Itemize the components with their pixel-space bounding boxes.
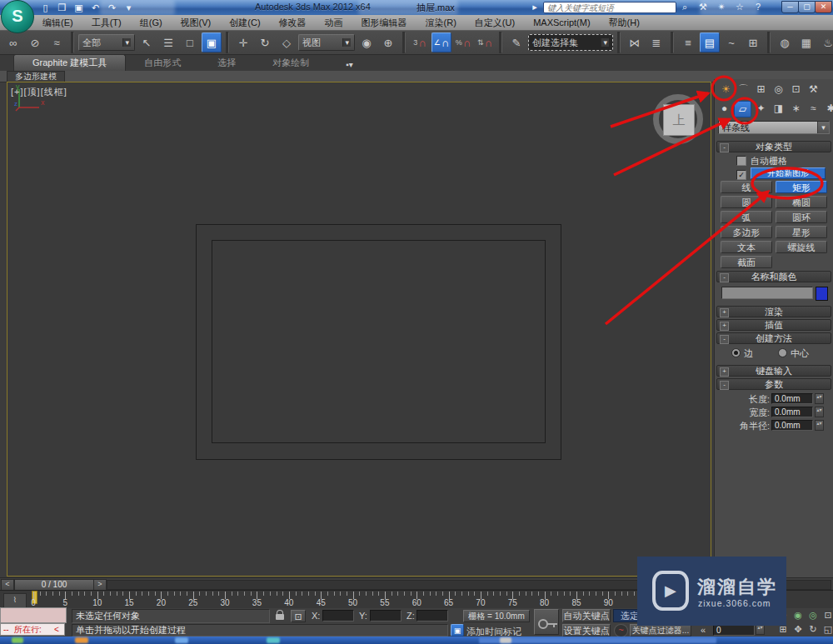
window-crossing-icon[interactable]: ▣ — [202, 32, 222, 52]
panel-tab-display[interactable]: ⊡ — [788, 82, 804, 97]
create-cameras-icon[interactable]: ◨ — [771, 101, 786, 116]
zoom-region-icon[interactable]: ⊡ — [821, 609, 833, 621]
object-name-field[interactable] — [721, 287, 813, 299]
viewport-label[interactable]: [+][顶][线框] — [11, 86, 67, 98]
new-key-curve-icon[interactable]: ~ — [614, 624, 628, 637]
menu-item[interactable]: 编辑(E) — [33, 15, 82, 30]
keyframe-mode-button[interactable] — [534, 609, 559, 635]
render-setup-icon[interactable]: ◍ — [775, 32, 795, 52]
absolute-mode-icon[interactable]: ⊡ — [291, 610, 306, 622]
select-and-move-icon[interactable]: ✛ — [233, 32, 253, 52]
zoom-extents-all-icon[interactable]: ◎ — [806, 609, 820, 621]
toolbar-separator[interactable] — [402, 32, 406, 53]
rollout-name-color[interactable]: -名称和颜色 — [716, 271, 831, 282]
ribbon-minimize-icon[interactable]: ▪▾ — [339, 58, 360, 71]
mirror-icon[interactable]: ⋈ — [625, 32, 645, 52]
edit-named-selection-sets-icon[interactable]: ✎ — [506, 32, 526, 52]
menu-item[interactable]: 帮助(H) — [600, 15, 649, 30]
button-text[interactable]: 文本 — [721, 241, 772, 253]
select-and-scale-icon[interactable]: ◇ — [277, 32, 297, 52]
time-slider-handle[interactable]: 0 / 100 — [14, 579, 94, 591]
button-rectangle[interactable]: 矩形 — [776, 181, 827, 193]
favorites-star-icon[interactable]: ☆ — [731, 1, 748, 13]
rollout-parameters[interactable]: -参数 — [716, 378, 831, 390]
redo-icon[interactable]: ↷ — [105, 2, 119, 14]
select-and-link-icon[interactable]: ∞ — [3, 32, 23, 52]
snap-toggle-3d-icon[interactable]: 3 ∩ — [410, 32, 430, 52]
windows-taskbar[interactable] — [0, 637, 833, 644]
ribbon-tab-object-paint[interactable]: 对象绘制 — [254, 55, 327, 71]
menu-item[interactable]: MAXScript(M) — [524, 15, 599, 30]
center-radio[interactable] — [778, 348, 787, 357]
select-and-rotate-icon[interactable]: ↻ — [255, 32, 275, 52]
use-pivot-center-icon[interactable]: ◉ — [357, 32, 377, 52]
menu-item[interactable]: 图形编辑器 — [352, 15, 416, 30]
parameter-field[interactable]: 0.0mm — [771, 407, 813, 417]
panel-tab-utilities[interactable]: ⚒ — [806, 82, 821, 97]
zoom-extents-icon[interactable]: ◉ — [791, 609, 805, 621]
create-geometry-icon[interactable]: ● — [716, 101, 732, 116]
spinner-snap-icon[interactable]: ⇅ ∩ — [475, 32, 495, 52]
help-icon[interactable]: ? — [750, 1, 766, 13]
panel-tab-hierarchy[interactable]: ⊞ — [753, 82, 769, 97]
creation-method-edge[interactable]: 边 — [731, 347, 753, 360]
viewcube-top-face[interactable]: 上 — [663, 104, 695, 136]
settings-wrench-icon[interactable]: ⚒ — [695, 1, 711, 13]
create-systems-icon[interactable]: ✱ — [823, 101, 833, 116]
autogrid-checkbox[interactable] — [736, 156, 746, 166]
mini-curve-editor-icon[interactable]: ⌇ — [3, 593, 27, 608]
button-section[interactable]: 截面 — [721, 256, 772, 268]
panel-tab-modify[interactable]: ⌒ — [736, 82, 751, 97]
maximize-button[interactable]: ▢ — [798, 1, 816, 13]
communication-center-icon[interactable]: ✴ — [713, 1, 730, 13]
rollout-rendering[interactable]: +渲染 — [716, 306, 831, 317]
selection-lock-icon[interactable] — [276, 614, 284, 620]
menu-item[interactable]: 工具(T) — [82, 15, 131, 30]
save-file-icon[interactable]: ▣ — [72, 2, 86, 14]
create-lights-icon[interactable]: ✦ — [753, 101, 769, 116]
go-to-start-icon[interactable]: « — [696, 624, 710, 636]
spinner[interactable]: ▴▾ — [815, 420, 824, 431]
layer-manager-icon[interactable]: ≡ — [678, 32, 698, 52]
menu-item[interactable]: 自定义(U) — [466, 15, 524, 30]
pan-hand-icon[interactable]: ✥ — [791, 623, 805, 635]
minimize-button[interactable]: ─ — [781, 1, 799, 13]
toolbar-separator[interactable] — [671, 32, 674, 53]
button-ngon[interactable]: 多边形 — [721, 226, 772, 238]
select-object-icon[interactable]: ↖ — [137, 32, 157, 52]
toolbar-separator[interactable] — [767, 32, 771, 53]
search-input[interactable] — [543, 2, 676, 13]
rollout-creation-method[interactable]: -创建方法 — [716, 332, 831, 344]
start-new-shape-label[interactable]: 开始新图形 — [751, 167, 826, 179]
edge-radio[interactable] — [731, 348, 741, 357]
set-key-button[interactable]: 设置关键点 — [562, 624, 611, 637]
new-file-icon[interactable]: ▯ — [38, 2, 52, 14]
create-shapes-icon[interactable]: ▱ — [734, 101, 751, 117]
current-frame-field[interactable]: 0 — [713, 624, 755, 636]
button-donut[interactable]: 圆环 — [776, 211, 827, 223]
render-production-icon[interactable]: ♨ — [818, 32, 833, 52]
undo-icon[interactable]: ↶ — [88, 2, 102, 14]
toolbar-separator[interactable] — [617, 32, 621, 53]
start-new-shape-checkbox[interactable]: ✓ — [736, 170, 746, 180]
search-expand-icon[interactable]: ▸ — [526, 1, 543, 13]
rollout-interpolation[interactable]: +插值 — [716, 319, 831, 331]
next-frame-button[interactable]: > — [93, 579, 107, 591]
create-spacewarps-icon[interactable]: ≈ — [806, 101, 821, 116]
schematic-view-icon[interactable]: ⊞ — [743, 32, 763, 52]
toolbar-separator[interactable] — [499, 32, 502, 53]
spinner[interactable]: ▴▾ — [815, 407, 824, 417]
menu-item[interactable]: 修改器 — [270, 15, 316, 30]
maxscript-mini-listener[interactable] — [0, 607, 67, 623]
application-menu-button[interactable]: S — [1, 0, 34, 33]
creation-method-center[interactable]: 中心 — [778, 347, 809, 360]
toolbar-separator[interactable] — [226, 32, 229, 53]
button-ellipse[interactable]: 椭圆 — [776, 196, 827, 208]
maxscript-listener-line[interactable]: -- 所在行: < — [0, 623, 65, 636]
previous-frame-button[interactable]: < — [1, 579, 14, 591]
object-color-swatch[interactable] — [816, 287, 828, 301]
spinner[interactable]: ▴▾ — [815, 393, 824, 404]
qat-customize-icon[interactable]: ▾ — [122, 2, 136, 14]
ribbon-tab-selection[interactable]: 选择 — [199, 55, 254, 71]
rectangular-selection-region-icon[interactable]: □ — [180, 32, 200, 52]
